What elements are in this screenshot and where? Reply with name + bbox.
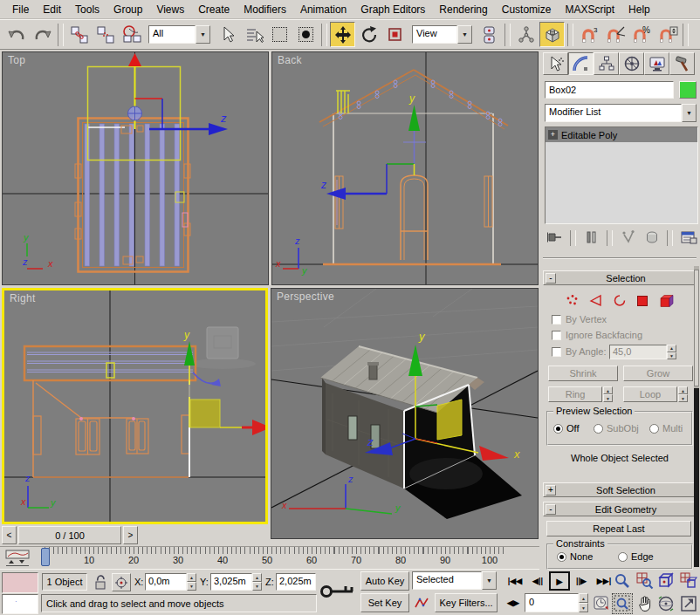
time-slider-next-button[interactable]: > (123, 526, 138, 544)
dropdown-arrow-icon[interactable]: ▼ (457, 25, 472, 44)
configure-modifier-sets-button[interactable] (678, 229, 698, 247)
select-object-button[interactable] (215, 22, 240, 47)
modifier-stack-row[interactable]: + Editable Poly (546, 127, 697, 142)
modifier-stack[interactable]: + Editable Poly (545, 126, 698, 224)
menu-maxscript[interactable]: MAXScript (558, 2, 621, 17)
use-pivot-point-center-button[interactable] (477, 22, 502, 47)
menu-customize[interactable]: Customize (495, 2, 559, 17)
frame-spinner[interactable]: ▲▼ (579, 593, 588, 612)
collapse-icon[interactable]: - (546, 504, 556, 515)
undo-button[interactable] (3, 22, 29, 47)
tab-hierarchy[interactable] (594, 52, 619, 75)
object-name-field[interactable]: Box02 (545, 81, 674, 99)
menu-tools[interactable]: Tools (68, 2, 106, 17)
set-key-button[interactable]: Set Key (360, 593, 409, 612)
menu-animation[interactable]: Animation (293, 2, 353, 17)
zoom-extents-all-button[interactable] (678, 571, 699, 591)
collapse-icon[interactable]: - (546, 273, 556, 284)
scrollbar-thumb[interactable] (694, 270, 699, 386)
region-zoom-button[interactable] (612, 593, 633, 614)
pin-stack-button[interactable] (545, 229, 565, 247)
radio-icon[interactable] (649, 424, 659, 434)
key-mode-toggle[interactable]: ◀▶ (504, 593, 523, 612)
y-coordinate-field[interactable]: 3,025m (210, 573, 252, 591)
auto-key-button[interactable]: Auto Key (360, 571, 409, 591)
radio-icon[interactable] (553, 424, 563, 434)
next-frame-button[interactable]: ||▶ (571, 571, 592, 591)
viewport-back[interactable]: y z z x y Back (271, 51, 539, 285)
set-keys-button[interactable] (318, 571, 358, 612)
zoom-all-button[interactable] (635, 571, 655, 591)
track-ruler[interactable]: 0 10 20 30 40 50 60 70 80 90 100 (40, 547, 504, 569)
constraints-none-radio[interactable]: None (557, 551, 593, 562)
dropdown-arrow-icon[interactable]: ▼ (196, 25, 210, 44)
time-slider-handle[interactable] (41, 548, 50, 566)
tab-modify[interactable] (568, 52, 594, 75)
pan-button[interactable] (635, 593, 655, 614)
min-max-toggle-button[interactable] (678, 593, 699, 614)
edge-subobject-icon[interactable] (588, 293, 603, 308)
loop-spinner[interactable]: ▲▼ (678, 386, 688, 402)
redo-button[interactable] (30, 22, 55, 47)
spinner-snap-button[interactable] (655, 22, 680, 47)
menu-modifiers[interactable]: Modifiers (237, 2, 293, 17)
expand-icon[interactable]: + (548, 130, 558, 140)
time-configuration-button[interactable] (591, 593, 612, 612)
border-subobject-icon[interactable] (612, 293, 627, 308)
checkbox-icon[interactable] (552, 331, 561, 340)
ring-button[interactable]: Ring (548, 386, 602, 402)
x-coordinate-field[interactable]: 0,0m (145, 573, 187, 591)
preview-subobj-radio[interactable]: SubObj (594, 423, 639, 434)
zoom-button[interactable] (612, 571, 633, 591)
selection-filter-combo[interactable]: All ▼ (148, 25, 210, 44)
menu-edit[interactable]: Edit (36, 2, 68, 17)
selection-lock-toggle[interactable] (91, 573, 108, 591)
arc-rotate-button[interactable] (655, 593, 676, 614)
select-and-link-button[interactable] (66, 22, 92, 47)
menu-views[interactable]: Views (149, 2, 191, 17)
selection-rollout-header[interactable]: - Selection (543, 270, 697, 285)
edit-geometry-rollout-header[interactable]: - Edit Geometry (543, 502, 697, 516)
tab-create[interactable] (543, 52, 568, 75)
select-by-name-button[interactable] (241, 22, 266, 47)
select-and-manipulate-button[interactable] (513, 22, 539, 47)
viewport-perspective[interactable]: y x z z x y Perspective (271, 288, 539, 539)
by-angle-spinner[interactable]: ▲▼ (667, 345, 676, 359)
menu-group[interactable]: Group (106, 2, 149, 17)
polygon-subobject-icon[interactable] (635, 293, 650, 308)
key-filters-button[interactable]: Key Filters... (435, 593, 498, 612)
repeat-last-button[interactable]: Repeat Last (546, 521, 691, 536)
go-to-start-button[interactable]: |◀◀ (504, 571, 526, 591)
bind-to-space-warp-button[interactable] (119, 22, 144, 47)
tab-display[interactable] (644, 52, 669, 75)
viewport-top[interactable]: z y z x Top (2, 51, 269, 285)
remove-modifier-button[interactable] (642, 229, 662, 247)
rectangular-selection-region-button[interactable] (267, 22, 292, 47)
select-and-scale-button[interactable] (382, 22, 408, 47)
x-spinner[interactable]: ▲▼ (187, 573, 196, 591)
object-color-swatch[interactable] (679, 81, 697, 99)
loop-button[interactable]: Loop (623, 386, 677, 402)
constraints-edge-radio[interactable]: Edge (618, 551, 654, 562)
dropdown-arrow-icon[interactable]: ▼ (682, 104, 697, 122)
panel-scrollbar[interactable] (694, 266, 699, 567)
play-button[interactable]: ▶ (549, 571, 570, 591)
percent-snap-button[interactable]: % (628, 22, 654, 47)
unlink-selection-button[interactable] (93, 22, 118, 47)
previous-frame-button[interactable]: ◀|| (527, 571, 548, 591)
menu-graph-editors[interactable]: Graph Editors (353, 2, 432, 17)
by-angle-field[interactable]: 45,0 (609, 345, 667, 359)
menu-file[interactable]: File (5, 2, 36, 17)
radio-icon[interactable] (557, 552, 566, 562)
grow-button[interactable]: Grow (623, 366, 693, 381)
default-in-out-tangent-button[interactable] (412, 593, 431, 612)
show-end-result-button[interactable] (581, 229, 601, 247)
shrink-button[interactable]: Shrink (548, 366, 618, 381)
soft-selection-rollout-header[interactable]: + Soft Selection (543, 482, 697, 497)
dropdown-arrow-icon[interactable]: ▼ (482, 571, 497, 590)
element-subobject-icon[interactable] (659, 293, 675, 308)
by-angle-checkbox[interactable]: By Angle: (552, 346, 606, 357)
viewport-right[interactable]: y z x y Right (2, 288, 268, 524)
checkbox-icon[interactable] (552, 315, 561, 325)
radio-icon[interactable] (594, 424, 603, 434)
